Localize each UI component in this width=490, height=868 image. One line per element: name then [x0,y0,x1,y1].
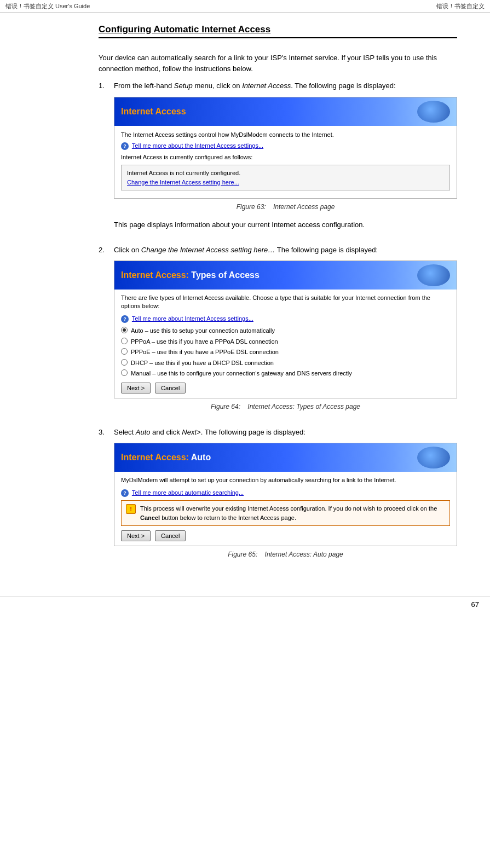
globe-icon-65 [417,447,450,468]
ia-title-64: Internet Access: Types of Access [121,269,260,282]
figure-63-screenshot: Internet Access The Internet Access sett… [114,97,457,199]
fig65-cancel-button[interactable]: Cancel [155,530,186,541]
step-3-num: 3. [99,427,114,567]
radio-auto[interactable]: Auto – use this to setup your connection… [121,326,450,335]
header-right: 错误！书签自定义 [436,2,485,10]
page-number: 67 [471,600,479,609]
warning-box-65: ! This process will overwrite your exist… [121,500,450,526]
fig64-info-link[interactable]: Tell me more about Internet Access setti… [132,315,253,322]
fig65-info-link[interactable]: Tell me more about automatic searching..… [132,489,244,496]
ia-title-65: Internet Access: Auto [121,451,211,464]
main-content: Configuring Automatic Internet Access Yo… [0,13,490,586]
fig64-line1: There are five types of Internet Access … [121,294,450,311]
ia-title-plain-64: Types of Access [191,270,260,280]
figure-63-caption: Figure 63: Internet Access page [114,202,457,212]
fig65-caption-text: Internet Access: Auto page [265,551,343,558]
info-icon-63: ? [121,142,129,150]
fig63-line2: Internet Access is currently configured … [121,153,450,162]
ia-title-plain-65: Auto [191,453,211,462]
ia-title-63: Internet Access [121,105,186,118]
radio-manual-btn[interactable] [121,369,128,376]
fig63-caption-fig: Figure 63: [237,203,266,211]
ia-title-bold: Internet Access [121,107,186,116]
fig64-cancel-button[interactable]: Cancel [155,383,186,394]
info-icon-64: ? [121,315,129,323]
page-title: Configuring Automatic Internet Access [99,24,457,38]
radio-pppoe-label: PPPoE – use this if you have a PPPoE DSL… [131,348,279,357]
globe-icon-64 [417,264,450,286]
radio-dhcp-btn[interactable] [121,359,128,366]
fig64-caption-text: Internet Access: Types of Access page [247,403,360,410]
radio-auto-label: Auto – use this to setup your connection… [131,326,275,335]
ia-header-65: Internet Access: Auto [114,443,457,472]
fig65-next-button[interactable]: Next > [121,530,151,541]
step-1: 1. From the left-hand Setup menu, click … [99,80,457,237]
radio-dhcp-label: DHCP – use this if you have a DHCP DSL c… [131,358,274,368]
screenshot-inner-63: The Internet Access settings control how… [114,126,457,199]
fig63-caption-text: Internet Access page [273,203,335,211]
intro-paragraph: Your device can automatically search for… [99,53,457,74]
radio-pppoe-btn[interactable] [121,348,128,355]
step-2-content: Click on Change the Internet Access sett… [114,245,457,419]
screenshot-inner-64: There are five types of Internet Access … [114,290,457,398]
ia-title-bold-65: Internet Access: [121,453,189,462]
fig63-info-row: ? Tell me more about the Internet Access… [121,141,450,151]
fig64-next-button[interactable]: Next > [121,383,151,394]
step-3: 3. Select Auto and click Next>. The foll… [99,427,457,567]
radio-manual[interactable]: Manual – use this to configure your conn… [121,369,450,378]
radio-manual-label: Manual – use this to configure your conn… [131,369,352,378]
fig65-btn-row: Next > Cancel [121,530,450,541]
not-configured-box: Internet Access is not currently configu… [121,165,450,190]
screenshot-inner-65: MyDslModem will attempt to set up your c… [114,472,457,546]
page-title-underline: Configuring Automatic Internet Access [99,24,270,34]
radio-auto-btn[interactable] [121,327,128,333]
figure-65-caption: Figure 65: Internet Access: Auto page [114,549,457,559]
radio-pppoa-label: PPPoA – use this if you have a PPPoA DSL… [131,337,278,346]
fig64-info-row: ? Tell me more about Internet Access set… [121,314,450,323]
radio-pppoa-btn[interactable] [121,338,128,344]
radio-pppoa[interactable]: PPPoA – use this if you have a PPPoA DSL… [121,337,450,346]
fig64-btn-row: Next > Cancel [121,383,450,394]
step-2-num: 2. [99,245,114,419]
header-left: 错误！书签自定义 User's Guide [5,2,90,10]
info-icon-65: ? [121,489,129,497]
step-1-num: 1. [99,80,114,237]
change-link[interactable]: Change the Internet Access setting here.… [127,179,239,186]
fig65-line1: MyDslModem will attempt to set up your c… [121,476,450,484]
fig63-line1: The Internet Access settings control how… [121,130,450,140]
ia-title-bold-64: Internet Access: [121,270,189,280]
not-configured-text: Internet Access is not currently configu… [127,169,444,178]
header-bar: 错误！书签自定义 User's Guide 错误！书签自定义 [0,0,490,13]
warning-icon-65: ! [126,504,136,514]
ia-header-64: Internet Access: Types of Access [114,261,457,290]
globe-icon-63 [417,101,450,123]
radio-pppoe[interactable]: PPPoE – use this if you have a PPPoE DSL… [121,348,450,357]
fig65-info-row: ? Tell me more about automatic searching… [121,488,450,497]
ia-header-63: Internet Access [114,97,457,126]
figure-65-screenshot: Internet Access: Auto MyDslModem will at… [114,443,457,546]
warning-text-65: This process will overwrite your existin… [140,504,445,522]
para-after-fig63: This page displays information about you… [114,219,457,230]
step-3-content: Select Auto and click Next>. The followi… [114,427,457,567]
footer-bar: 67 [0,597,490,612]
fig65-caption-fig: Figure 65: [228,551,257,558]
step-2: 2. Click on Change the Internet Access s… [99,245,457,419]
figure-64-caption: Figure 64: Internet Access: Types of Acc… [114,402,457,412]
step-1-content: From the left-hand Setup menu, click on … [114,80,457,237]
fig63-info-link[interactable]: Tell me more about the Internet Access s… [132,142,263,149]
radio-dhcp[interactable]: DHCP – use this if you have a DHCP DSL c… [121,358,450,368]
figure-64-screenshot: Internet Access: Types of Access There a… [114,261,457,398]
fig64-caption-fig: Figure 64: [211,403,240,410]
